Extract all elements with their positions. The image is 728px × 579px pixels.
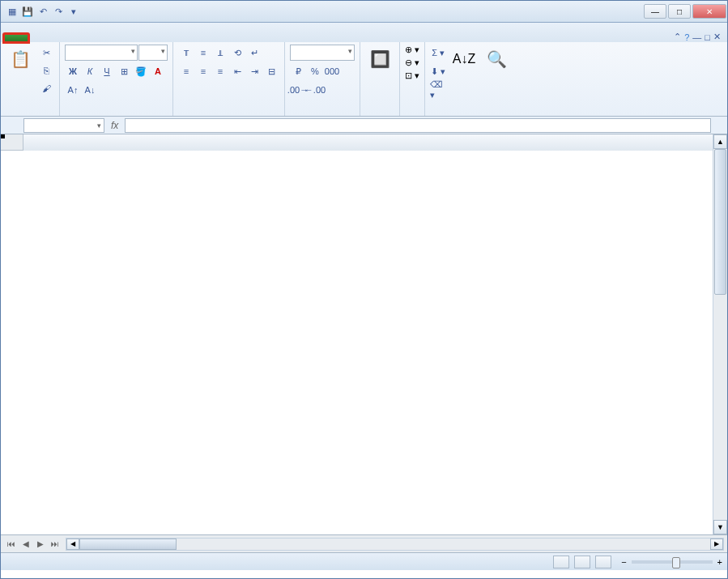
scroll-down-button[interactable]: ▼ bbox=[713, 520, 727, 534]
percent-icon[interactable]: % bbox=[307, 63, 323, 79]
zoom-out-button[interactable]: − bbox=[621, 557, 626, 567]
ribbon: 📋 ✂ ⎘ 🖌 Ж К Ч ⊞ 🪣 A bbox=[1, 42, 727, 117]
font-color-button[interactable]: A bbox=[150, 63, 166, 79]
sheet-tab-bar: ⏮ ◀ ▶ ⏭ ◀ ▶ bbox=[1, 534, 727, 552]
formula-input[interactable] bbox=[125, 118, 711, 133]
number-format-combo[interactable] bbox=[290, 45, 355, 61]
format-cells-button[interactable]: ⊡ ▾ bbox=[405, 70, 419, 81]
fill-icon[interactable]: ⬇ ▾ bbox=[430, 63, 446, 79]
select-all-corner[interactable] bbox=[1, 134, 23, 151]
maximize-button[interactable]: □ bbox=[668, 4, 691, 19]
ribbon-group-editing: Σ ▾ ⬇ ▾ ⌫ ▾ A↓Z 🔍 bbox=[425, 42, 516, 116]
paste-button[interactable]: 📋 bbox=[6, 45, 35, 75]
sheet-nav: ⏮ ◀ ▶ ⏭ bbox=[1, 539, 62, 548]
scroll-right-button[interactable]: ▶ bbox=[710, 539, 723, 550]
ribbon-group-font: Ж К Ч ⊞ 🪣 A A↑ A↓ bbox=[60, 42, 173, 116]
column-headers bbox=[23, 134, 713, 151]
bold-button[interactable]: Ж bbox=[65, 63, 81, 79]
title-bar: ▦ 💾 ↶ ↷ ▾ — □ ✕ bbox=[1, 1, 727, 23]
align-middle-icon[interactable]: ≡ bbox=[195, 45, 211, 61]
doc-close-icon[interactable]: ✕ bbox=[713, 32, 721, 42]
paste-icon: 📋 bbox=[7, 46, 33, 72]
ribbon-group-number: ₽ % 000 .00→ ←.00 bbox=[285, 42, 360, 116]
sheet-prev-icon[interactable]: ◀ bbox=[19, 539, 33, 548]
vertical-scrollbar[interactable]: ▲ ▼ bbox=[713, 134, 727, 534]
cut-icon[interactable]: ✂ bbox=[38, 45, 54, 61]
doc-restore-icon[interactable]: □ bbox=[705, 32, 710, 42]
undo-icon[interactable]: ↶ bbox=[36, 5, 49, 18]
help-icon[interactable]: ? bbox=[684, 32, 689, 42]
view-layout-button[interactable] bbox=[574, 556, 590, 568]
copy-icon[interactable]: ⎘ bbox=[38, 62, 54, 79]
font-name-combo[interactable] bbox=[65, 45, 138, 61]
sheet-last-icon[interactable]: ⏭ bbox=[48, 539, 62, 548]
autosum-icon[interactable]: Σ ▾ bbox=[430, 45, 446, 61]
status-bar: − + bbox=[1, 552, 727, 570]
delete-cells-button[interactable]: ⊖ ▾ bbox=[405, 57, 419, 68]
merge-cells-icon[interactable]: ⊟ bbox=[263, 63, 279, 79]
redo-icon[interactable]: ↷ bbox=[52, 5, 65, 18]
row-headers bbox=[1, 151, 23, 534]
zoom-slider[interactable] bbox=[632, 560, 713, 564]
increase-indent-icon[interactable]: ⇥ bbox=[246, 63, 262, 79]
quick-access-toolbar: ▦ 💾 ↶ ↷ ▾ bbox=[1, 5, 80, 18]
align-right-icon[interactable]: ≡ bbox=[212, 63, 228, 79]
save-icon[interactable]: 💾 bbox=[21, 5, 34, 18]
decrease-decimal-icon[interactable]: ←.00 bbox=[307, 82, 323, 98]
cells-area[interactable] bbox=[23, 151, 713, 534]
clear-icon[interactable]: ⌫ ▾ bbox=[430, 82, 446, 98]
scroll-thumb-horizontal[interactable] bbox=[79, 539, 177, 550]
qat-more-icon[interactable]: ▾ bbox=[67, 5, 80, 18]
close-button[interactable]: ✕ bbox=[692, 4, 726, 19]
currency-icon[interactable]: ₽ bbox=[290, 63, 306, 79]
file-tab[interactable] bbox=[2, 32, 30, 44]
excel-icon: ▦ bbox=[6, 5, 19, 18]
styles-icon: 🔲 bbox=[367, 46, 393, 72]
font-size-combo[interactable] bbox=[138, 45, 168, 61]
scroll-thumb-vertical[interactable] bbox=[714, 149, 726, 295]
formula-bar: fx bbox=[1, 117, 727, 134]
fill-color-button[interactable]: 🪣 bbox=[133, 63, 149, 79]
ribbon-group-clipboard: 📋 ✂ ⎘ 🖌 bbox=[1, 42, 60, 116]
align-top-icon[interactable]: ⫪ bbox=[178, 45, 194, 61]
scroll-left-button[interactable]: ◀ bbox=[66, 539, 79, 550]
sheet-first-icon[interactable]: ⏮ bbox=[4, 539, 19, 548]
ribbon-group-cells: ⊕ ▾ ⊖ ▾ ⊡ ▾ bbox=[400, 42, 425, 116]
sheet-next-icon[interactable]: ▶ bbox=[33, 539, 48, 548]
find-icon: 🔍 bbox=[483, 46, 509, 72]
orientation-icon[interactable]: ⟲ bbox=[229, 45, 245, 61]
sort-filter-button[interactable]: A↓Z bbox=[449, 45, 479, 75]
doc-minimize-icon[interactable]: — bbox=[692, 32, 701, 42]
sort-icon: A↓Z bbox=[451, 46, 477, 72]
ribbon-group-styles: 🔲 bbox=[360, 42, 400, 116]
window-resizer[interactable] bbox=[713, 564, 727, 578]
border-button[interactable]: ⊞ bbox=[116, 63, 132, 79]
wrap-text-icon[interactable]: ↵ bbox=[246, 45, 262, 61]
insert-cells-button[interactable]: ⊕ ▾ bbox=[405, 45, 419, 55]
minimize-ribbon-icon[interactable]: ⌃ bbox=[674, 32, 681, 42]
decrease-font-icon[interactable]: A↓ bbox=[82, 82, 98, 98]
format-painter-icon[interactable]: 🖌 bbox=[38, 80, 54, 96]
spreadsheet-grid: ▲ ▼ bbox=[1, 134, 727, 534]
comma-icon[interactable]: 000 bbox=[324, 63, 340, 79]
name-box[interactable] bbox=[23, 118, 104, 133]
italic-button[interactable]: К bbox=[82, 63, 98, 79]
ribbon-group-alignment: ⫪ ≡ ⫫ ⟲ ↵ ≡ ≡ ≡ ⇤ ⇥ ⊟ bbox=[173, 42, 285, 116]
minimize-button[interactable]: — bbox=[644, 4, 666, 19]
styles-button[interactable]: 🔲 bbox=[365, 45, 394, 75]
decrease-indent-icon[interactable]: ⇤ bbox=[229, 63, 245, 79]
ribbon-tabs: ⌃ ? — □ ✕ bbox=[1, 23, 727, 42]
increase-font-icon[interactable]: A↑ bbox=[65, 82, 81, 98]
align-center-icon[interactable]: ≡ bbox=[195, 63, 211, 79]
align-left-icon[interactable]: ≡ bbox=[178, 63, 194, 79]
scroll-up-button[interactable]: ▲ bbox=[713, 134, 727, 149]
view-pagebreak-button[interactable] bbox=[595, 556, 611, 568]
find-select-button[interactable]: 🔍 bbox=[482, 45, 511, 75]
horizontal-scrollbar[interactable]: ◀ ▶ bbox=[66, 538, 724, 551]
align-bottom-icon[interactable]: ⫫ bbox=[212, 45, 228, 61]
view-normal-button[interactable] bbox=[553, 556, 569, 568]
fx-button[interactable]: fx bbox=[111, 120, 118, 131]
underline-button[interactable]: Ч bbox=[99, 63, 115, 79]
window-controls: — □ ✕ bbox=[643, 4, 727, 19]
